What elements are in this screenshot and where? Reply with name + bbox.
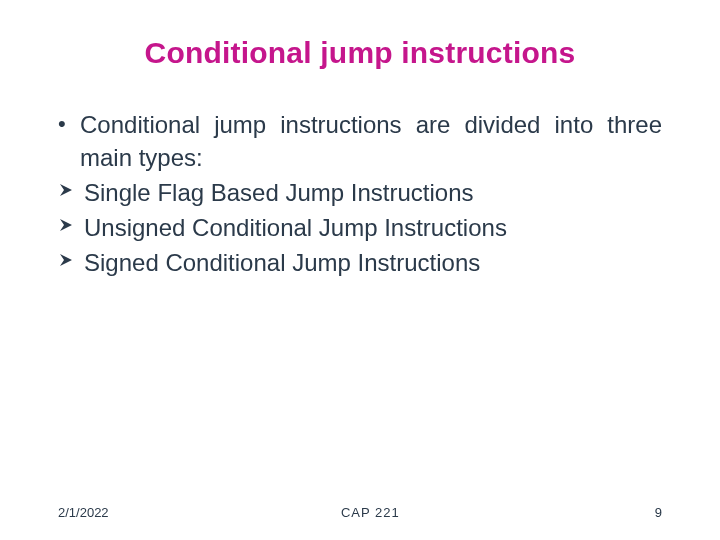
arrow-right-icon — [58, 211, 84, 233]
arrow-item: Single Flag Based Jump Instructions — [58, 176, 662, 209]
slide-footer: 2/1/2022 CAP 221 9 — [0, 505, 720, 520]
footer-date: 2/1/2022 — [58, 505, 109, 520]
slide-body: • Conditional jump instructions are divi… — [58, 108, 662, 280]
footer-page-number: 9 — [632, 505, 662, 520]
arrow-text: Signed Conditional Jump Instructions — [84, 246, 662, 279]
arrow-text: Single Flag Based Jump Instructions — [84, 176, 662, 209]
arrow-right-icon — [58, 176, 84, 198]
arrow-item: Signed Conditional Jump Instructions — [58, 246, 662, 279]
slide-title: Conditional jump instructions — [58, 36, 662, 70]
slide: Conditional jump instructions • Conditio… — [0, 0, 720, 540]
arrow-text: Unsigned Conditional Jump Instructions — [84, 211, 662, 244]
bullet-dot-icon: • — [58, 108, 80, 140]
arrow-item: Unsigned Conditional Jump Instructions — [58, 211, 662, 244]
arrow-right-icon — [58, 246, 84, 268]
footer-course: CAP 221 — [109, 505, 632, 520]
bullet-text: Conditional jump instructions are divide… — [80, 108, 662, 174]
bullet-item: • Conditional jump instructions are divi… — [58, 108, 662, 174]
